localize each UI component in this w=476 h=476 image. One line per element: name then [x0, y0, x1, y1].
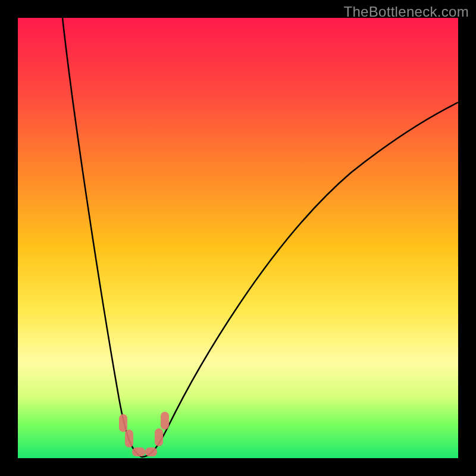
curve-right — [142, 102, 458, 457]
marker-dot — [125, 430, 133, 447]
chart-frame: TheBottleneck.com — [0, 0, 476, 476]
marker-dot — [132, 447, 145, 456]
marker-dot — [155, 428, 163, 446]
marker-dot — [145, 447, 157, 456]
curve-markers — [119, 412, 169, 456]
watermark-text: TheBottleneck.com — [343, 4, 469, 20]
marker-dot — [119, 414, 127, 432]
bottleneck-curve — [18, 18, 458, 458]
marker-dot — [161, 412, 169, 430]
curve-left — [62, 18, 142, 457]
